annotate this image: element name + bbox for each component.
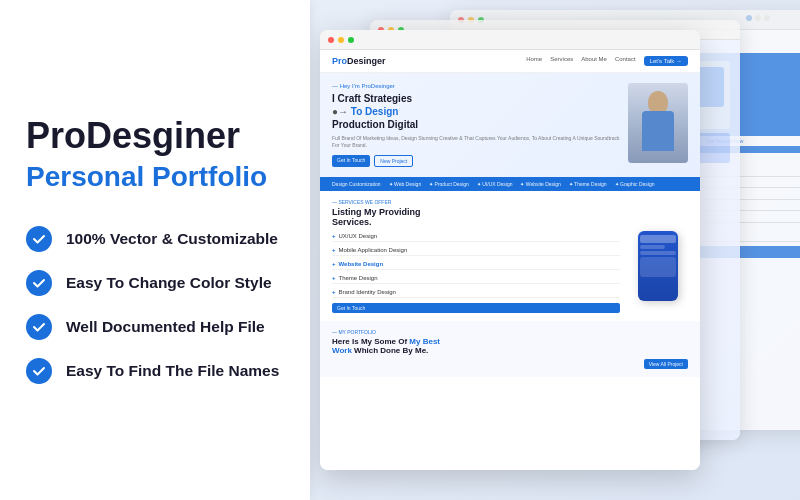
service-tag-6: ✦ Theme Design xyxy=(569,181,607,187)
feature-text-vector: 100% Vector & Customizable xyxy=(66,230,278,248)
left-panel: ProDesginer Personal Portfolio 100% Vect… xyxy=(0,0,310,500)
feature-item-color: Easy To Change Color Style xyxy=(26,270,284,296)
services-list: UX/UX Design Mobile Application Design W… xyxy=(332,231,620,298)
mockup-container: For Your Projects Pro Plan $499.00/Year … xyxy=(320,10,800,500)
person-head xyxy=(648,91,668,113)
service-tag-4: ✦ UI/UX Design xyxy=(477,181,513,187)
check-icon-files xyxy=(26,358,52,384)
check-icon-vector xyxy=(26,226,52,252)
hero-image xyxy=(628,83,688,163)
feature-item-files: Easy To Find The File Names xyxy=(26,358,284,384)
nav-services: Services xyxy=(550,56,573,66)
service-tag-5: ✦ Website Design xyxy=(520,181,560,187)
check-icon-docs xyxy=(26,314,52,340)
hero-tag: — Hey I'm ProDesinger xyxy=(332,83,628,89)
services-bar: Design Customization ✦ Web Design ✦ Prod… xyxy=(320,177,700,191)
service-mobile: Mobile Application Design xyxy=(332,245,620,256)
new-project-btn[interactable]: New Project xyxy=(374,155,413,167)
features-list: 100% Vector & Customizable Easy To Chang… xyxy=(26,226,284,384)
services-cta-btn[interactable]: Get In Touch xyxy=(332,303,620,313)
hero-heading: I Craft Strategies ●→ To Design Producti… xyxy=(332,92,628,131)
feature-item-docs: Well Documented Help File xyxy=(26,314,284,340)
service-tag-1: Design Customization xyxy=(332,181,381,187)
view-all-projects-btn[interactable]: View All Project xyxy=(644,359,688,369)
nav-about: About Me xyxy=(581,56,607,66)
services-section: — SERVICES WE OFFER Listing My Providing… xyxy=(320,191,700,321)
service-uiux: UX/UX Design xyxy=(332,231,620,242)
service-brand: Brand Identity Design xyxy=(332,287,620,298)
services-btn-container: Get In Touch xyxy=(332,303,620,313)
brand-title: ProDesginer xyxy=(26,116,284,156)
feature-text-color: Easy To Change Color Style xyxy=(66,274,272,292)
dot-yellow-front xyxy=(338,37,344,43)
hero-description: Full Brand Of Marketing Ideas, Design St… xyxy=(332,135,628,149)
services-body: UX/UX Design Mobile Application Design W… xyxy=(332,231,688,313)
nav-contact: Contact xyxy=(615,56,636,66)
portfolio-header: ProDesinger Home Services About Me Conta… xyxy=(320,50,700,73)
services-title: Listing My ProvidingServices. xyxy=(332,207,688,227)
person-illustration xyxy=(628,83,688,163)
right-panel: For Your Projects Pro Plan $499.00/Year … xyxy=(310,0,800,500)
dot-red-front xyxy=(328,37,334,43)
nav-home: Home xyxy=(526,56,542,66)
services-list-col: UX/UX Design Mobile Application Design W… xyxy=(332,231,620,313)
portfolio-logo: ProDesinger xyxy=(332,56,386,66)
hero-section: — Hey I'm ProDesinger I Craft Strategies… xyxy=(320,73,700,177)
hero-text: — Hey I'm ProDesinger I Craft Strategies… xyxy=(332,83,628,167)
dot-green-front xyxy=(348,37,354,43)
check-icon-color xyxy=(26,270,52,296)
services-tag: — SERVICES WE OFFER xyxy=(332,199,688,205)
nav-cta-btn[interactable]: Let's Talk → xyxy=(644,56,688,66)
service-theme: Theme Design xyxy=(332,273,620,284)
service-tag-2: ✦ Web Design xyxy=(389,181,422,187)
browser-front: ProDesinger Home Services About Me Conta… xyxy=(320,30,700,470)
portfolio-preview-section: — MY PORTFOLIO Here Is My Some Of My Bes… xyxy=(320,321,700,377)
portfolio-nav: Home Services About Me Contact Let's Tal… xyxy=(526,56,688,66)
service-website: Website Design xyxy=(332,259,620,270)
service-tag-3: ✦ Product Design xyxy=(429,181,469,187)
portfolio-section-tag: — MY PORTFOLIO xyxy=(332,329,688,335)
feature-text-docs: Well Documented Help File xyxy=(66,318,265,336)
portfolio-section-title: Here Is My Some Of My Best Work Which Do… xyxy=(332,337,688,355)
browser-content-front: ProDesinger Home Services About Me Conta… xyxy=(320,50,700,470)
person-body xyxy=(642,111,674,151)
browser-bar-front xyxy=(320,30,700,50)
feature-item-vector: 100% Vector & Customizable xyxy=(26,226,284,252)
service-tag-7: ✦ Graphic Design xyxy=(615,181,655,187)
phone-mockup xyxy=(628,231,688,313)
get-in-touch-btn[interactable]: Get In Touch xyxy=(332,155,370,167)
brand-subtitle: Personal Portfolio xyxy=(26,160,284,194)
feature-text-files: Easy To Find The File Names xyxy=(66,362,279,380)
hero-buttons: Get In Touch New Project xyxy=(332,155,628,167)
